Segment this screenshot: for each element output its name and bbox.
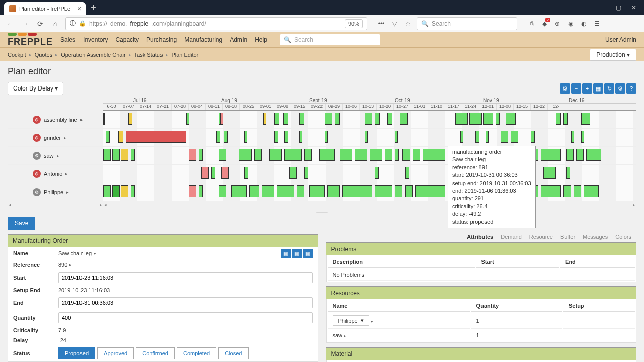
gantt-bar[interactable]: [309, 185, 325, 197]
gantt-bar[interactable]: [415, 185, 445, 197]
menu-purchasing[interactable]: Purchasing: [146, 36, 177, 43]
gantt-bar[interactable]: [413, 149, 420, 161]
gantt-bar[interactable]: [299, 113, 304, 125]
zoom-out-icon[interactable]: −: [571, 83, 581, 94]
gantt-bar[interactable]: [216, 131, 220, 143]
gantt-bar[interactable]: [584, 185, 599, 197]
gantt-bar[interactable]: [231, 185, 247, 197]
gantt-bar[interactable]: [219, 185, 226, 197]
tab-resource[interactable]: Resource: [529, 234, 553, 240]
gantt-bar[interactable]: [103, 149, 111, 161]
forward-button[interactable]: →: [20, 19, 30, 29]
gantt-bar[interactable]: [262, 185, 274, 197]
start-input[interactable]: [58, 272, 313, 283]
gantt-bar[interactable]: [284, 131, 288, 143]
zoom-level[interactable]: 90%: [345, 19, 363, 28]
gantt-bar[interactable]: [106, 131, 110, 143]
gantt-bar[interactable]: [283, 113, 288, 125]
gantt-bar[interactable]: [335, 113, 340, 125]
menu-capacity[interactable]: Capacity: [115, 36, 139, 43]
info-icon[interactable]: ⓘ: [70, 19, 76, 28]
resize-handle[interactable]: ═══: [0, 210, 644, 215]
minimize-icon[interactable]: —: [600, 4, 606, 11]
network-icon[interactable]: ⚙: [560, 83, 570, 94]
gantt-bar[interactable]: [304, 149, 312, 161]
gantt-bar[interactable]: [224, 131, 228, 143]
resource-scrollbar[interactable]: ◂▸: [8, 202, 103, 208]
gantt-bar[interactable]: [375, 185, 392, 197]
ext-icon-1[interactable]: ⊕: [553, 20, 561, 28]
zoom-in-icon[interactable]: +: [582, 83, 592, 94]
gantt-bar[interactable]: [121, 185, 128, 197]
gantt-bar[interactable]: [103, 113, 105, 125]
menu-icon[interactable]: ☰: [593, 20, 601, 28]
gantt-bar[interactable]: [566, 167, 570, 179]
status-completed[interactable]: Completed: [177, 347, 216, 359]
more-icon[interactable]: •••: [377, 20, 385, 28]
gantt-bar[interactable]: [342, 185, 372, 197]
gantt-bar[interactable]: [221, 167, 229, 179]
link-icon[interactable]: ▸: [94, 251, 96, 256]
back-button[interactable]: ←: [5, 19, 15, 29]
status-approved[interactable]: Approved: [97, 347, 134, 359]
link-icon[interactable]: ▸: [371, 319, 373, 324]
gantt-bar[interactable]: [274, 113, 279, 125]
gantt-bar[interactable]: [370, 149, 382, 161]
gantt-bar[interactable]: [131, 149, 135, 161]
resource-label[interactable]: ⊘ grinder▸: [8, 129, 103, 146]
gantt-bar[interactable]: [581, 113, 590, 125]
gantt-bar[interactable]: [220, 113, 223, 125]
status-proposed[interactable]: Proposed: [58, 347, 95, 359]
icon-btn-1[interactable]: ▦: [281, 249, 291, 258]
gantt-bar[interactable]: [571, 131, 574, 143]
gantt-bar[interactable]: [355, 149, 367, 161]
gantt-bar[interactable]: [403, 149, 410, 161]
app-search[interactable]: 🔍 Search: [280, 34, 380, 45]
resource-label[interactable]: ⚙ Philippe▸: [8, 183, 103, 201]
gantt-bar[interactable]: [541, 185, 561, 197]
gantt-bar[interactable]: [496, 113, 500, 125]
tab-colors[interactable]: Colors: [615, 234, 631, 240]
gantt-bar[interactable]: [297, 185, 304, 197]
gantt-bar[interactable]: [211, 167, 215, 179]
gantt-bar[interactable]: [564, 185, 571, 197]
gantt-bar[interactable]: [564, 113, 568, 125]
tab-demand[interactable]: Demand: [501, 234, 522, 240]
gantt-bar[interactable]: [574, 185, 581, 197]
reload-button[interactable]: ⟳: [35, 19, 45, 29]
gantt-bar[interactable]: [263, 113, 266, 125]
close-tab-icon[interactable]: ×: [77, 5, 82, 13]
gantt-bar[interactable]: [325, 113, 332, 125]
gantt-bar[interactable]: [423, 149, 445, 161]
gantt-bar[interactable]: [556, 113, 561, 125]
gantt-bar[interactable]: [483, 113, 493, 125]
gantt-bar[interactable]: [128, 113, 132, 125]
gantt-bar[interactable]: [365, 131, 368, 143]
gantt-bar[interactable]: [249, 185, 259, 197]
end-input[interactable]: [58, 297, 313, 308]
gantt-bar[interactable]: [201, 167, 209, 179]
tab-buffer[interactable]: Buffer: [560, 234, 575, 240]
gantt-bar[interactable]: [375, 113, 380, 125]
gantt-bar[interactable]: [239, 149, 252, 161]
gantt-bar[interactable]: [405, 185, 413, 197]
menu-inventory[interactable]: Inventory: [83, 36, 108, 43]
gantt-bar[interactable]: [581, 131, 584, 143]
resource-dropdown[interactable]: Philippe ▾: [333, 315, 369, 326]
save-button[interactable]: Save: [8, 217, 35, 230]
gantt-bar[interactable]: [219, 149, 226, 161]
gantt-bar[interactable]: [340, 149, 352, 161]
gantt-bar[interactable]: [395, 185, 403, 197]
menu-help[interactable]: Help: [255, 36, 267, 43]
calendar-icon[interactable]: ▦: [593, 83, 603, 94]
gantt-bar[interactable]: [501, 131, 508, 143]
address-bar[interactable]: ⓘ 🔒 https://demo.frepple.com/planningboa…: [65, 17, 367, 30]
ext-icon-3[interactable]: ◐: [580, 20, 588, 28]
gantt-bar[interactable]: [586, 149, 601, 161]
gantt-bar[interactable]: [375, 167, 379, 179]
gantt-bar[interactable]: [244, 167, 248, 179]
gantt-bar[interactable]: [284, 149, 302, 161]
gantt-bar[interactable]: [131, 185, 135, 197]
logo[interactable]: FREPPLE: [8, 33, 53, 47]
scenario-dropdown[interactable]: Production ▾: [590, 49, 636, 61]
